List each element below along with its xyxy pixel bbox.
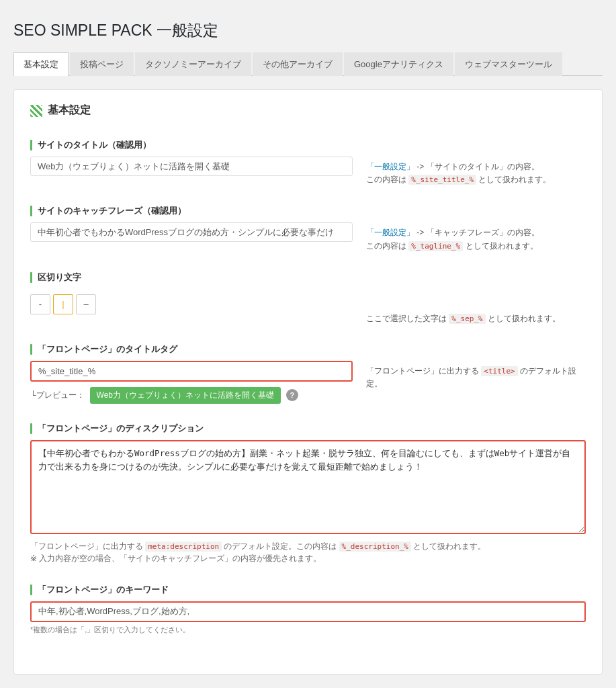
catchphrase-desc-suffix: として扱われます。 <box>466 241 538 251</box>
tab-webmaster[interactable]: ウェブマスターツール <box>455 52 562 76</box>
tab-analytics[interactable]: Googleアナリティクス <box>344 52 453 76</box>
page-title: SEO SIMPLE PACK 一般設定 <box>13 13 603 41</box>
stripe-icon <box>30 105 42 117</box>
separator-desc-suffix: として扱われます。 <box>488 314 560 323</box>
page-wrapper: SEO SIMPLE PACK 一般設定 基本設定 投稿ページ タクソノミーアー… <box>0 0 616 688</box>
separator-group: 区切り文字 - | – ここで選択した文字は %_sep_% として扱われます。 <box>30 271 586 325</box>
site-title-label-row: サイトのタイトル（確認用） <box>30 139 586 151</box>
front-title-group: 「フロントページ」のタイトルタグ └プレビュー： Web力（ウェブりょく）ネット… <box>30 343 586 404</box>
catchphrase-input-col <box>30 222 353 242</box>
front-description-label: 「フロントページ」のディスクリプション <box>38 423 204 435</box>
front-desc-note-mid: のデフォルト設定。この内容は <box>224 542 337 550</box>
main-content-card: 基本設定 サイトのタイトル（確認用） 「一般設定」 -> 「サイトのタイトル」の… <box>13 89 603 675</box>
separator-field-row: - | – ここで選択した文字は %_sep_% として扱われます。 <box>30 289 586 325</box>
site-title-label-bar <box>30 140 32 150</box>
catchphrase-label-bar <box>30 206 32 216</box>
section-heading: 基本設定 <box>30 103 586 123</box>
catchphrase-desc: 「一般設定」 -> 「キャッチフレーズ」の内容。 この内容は %_tagline… <box>366 222 586 252</box>
tab-basic[interactable]: 基本設定 <box>13 52 69 76</box>
front-title-field-row: └プレビュー： Web力（ウェブりょく）ネットに活路を開く基礎 ? 「フロントペ… <box>30 361 586 404</box>
site-title-group: サイトのタイトル（確認用） 「一般設定」 -> 「サイトのタイトル」の内容。 こ… <box>30 139 586 186</box>
section-heading-text: 基本設定 <box>48 103 91 118</box>
catchphrase-code: %_tagline_% <box>408 241 463 251</box>
front-keyword-label-row: 「フロントページ」のキーワード <box>30 584 586 596</box>
front-keyword-small-note: *複数の場合は「,」区切りで入力してください。 <box>30 625 586 635</box>
front-title-label-bar <box>30 344 32 355</box>
separator-label: 区切り文字 <box>38 271 81 284</box>
front-desc-note2: ※ 入力内容が空の場合、「サイトのキャッチフレーズ」の内容が優先されます。 <box>30 554 321 562</box>
catchphrase-group: サイトのキャッチフレーズ（確認用） 「一般設定」 -> 「キャッチフレーズ」の内… <box>30 205 586 252</box>
front-description-label-bar <box>30 423 32 434</box>
front-desc-note-suffix: として扱われます。 <box>413 542 486 550</box>
separator-buttons: - | – <box>30 294 353 314</box>
catchphrase-desc-text: -> 「キャッチフレーズ」の内容。 <box>416 228 539 237</box>
separator-label-row: 区切り文字 <box>30 271 586 284</box>
site-title-label: サイトのタイトル（確認用） <box>38 139 151 151</box>
site-title-input[interactable] <box>30 157 353 176</box>
catchphrase-desc-link[interactable]: 「一般設定」 <box>366 228 414 237</box>
catchphrase-input[interactable] <box>30 222 353 242</box>
tab-other[interactable]: その他アーカイブ <box>253 52 343 76</box>
front-desc-note-text: 「フロントページ」に出力する <box>30 542 143 550</box>
front-description-label-row: 「フロントページ」のディスクリプション <box>30 423 586 435</box>
front-keyword-label: 「フロントページ」のキーワード <box>38 584 169 596</box>
front-keyword-label-bar <box>30 585 32 595</box>
site-title-desc: 「一般設定」 -> 「サイトのタイトル」の内容。 この内容は %_site_ti… <box>366 157 586 186</box>
tab-taxonomy[interactable]: タクソノミーアーカイブ <box>135 52 251 76</box>
front-description-group: 「フロントページ」のディスクリプション 【中年初心者でもわかるWordPress… <box>30 423 586 565</box>
site-title-desc-text: -> 「サイトのタイトル」の内容。 <box>416 162 539 171</box>
front-title-desc-text: 「フロントページ」に出力する <box>366 366 479 376</box>
front-title-code-tag: <title> <box>481 366 517 376</box>
front-keyword-group: 「フロントページ」のキーワード *複数の場合は「,」区切りで入力してください。 <box>30 584 586 635</box>
front-title-help-icon[interactable]: ? <box>286 389 298 401</box>
separator-label-bar <box>30 272 32 283</box>
front-desc-note-code2: %_description_% <box>339 542 411 552</box>
separator-desc: ここで選択した文字は %_sep_% として扱われます。 <box>366 289 586 325</box>
front-keyword-input[interactable] <box>30 601 586 622</box>
separator-btn-dash[interactable]: - <box>30 294 50 314</box>
tabs-navigation: 基本設定 投稿ページ タクソノミーアーカイブ その他アーカイブ Googleアナ… <box>13 52 603 76</box>
separator-desc-code: %_sep_% <box>449 314 485 324</box>
catchphrase-label-row: サイトのキャッチフレーズ（確認用） <box>30 205 586 217</box>
separator-input-col: - | – <box>30 289 353 314</box>
site-title-code: %_site_title_% <box>408 175 476 185</box>
front-title-input[interactable] <box>30 361 353 382</box>
front-description-textarea[interactable]: 【中年初心者でもわかるWordPressブログの始め方】副業・ネット起業・脱サラ… <box>30 440 586 534</box>
site-title-field-row: 「一般設定」 -> 「サイトのタイトル」の内容。 この内容は %_site_ti… <box>30 157 586 186</box>
separator-desc-text: ここで選択した文字は <box>366 314 447 323</box>
catchphrase-label: サイトのキャッチフレーズ（確認用） <box>38 205 186 217</box>
site-title-input-col <box>30 157 353 176</box>
front-title-label-row: 「フロントページ」のタイトルタグ <box>30 343 586 355</box>
catchphrase-field-row: 「一般設定」 -> 「キャッチフレーズ」の内容。 この内容は %_tagline… <box>30 222 586 252</box>
front-description-note: 「フロントページ」に出力する meta:description のデフォルト設定… <box>30 540 586 565</box>
front-title-label: 「フロントページ」のタイトルタグ <box>38 343 177 355</box>
front-title-preview-label: └プレビュー： <box>30 390 85 401</box>
front-desc-note-code1: meta:description <box>145 542 222 552</box>
separator-btn-pipe[interactable]: | <box>53 294 73 314</box>
tab-post[interactable]: 投稿ページ <box>70 52 134 76</box>
front-title-input-col: └プレビュー： Web力（ウェブりょく）ネットに活路を開く基礎 ? <box>30 361 353 404</box>
site-title-desc-link[interactable]: 「一般設定」 <box>366 162 414 171</box>
front-title-desc: 「フロントページ」に出力する <title> のデフォルト設定。 <box>366 361 586 390</box>
front-title-preview-row: └プレビュー： Web力（ウェブりょく）ネットに活路を開く基礎 ? <box>30 387 353 404</box>
separator-btn-endash[interactable]: – <box>76 294 96 314</box>
site-title-desc-suffix: として扱われます。 <box>478 175 551 184</box>
front-title-preview-badge: Web力（ウェブりょく）ネットに活路を開く基礎 <box>90 387 281 404</box>
